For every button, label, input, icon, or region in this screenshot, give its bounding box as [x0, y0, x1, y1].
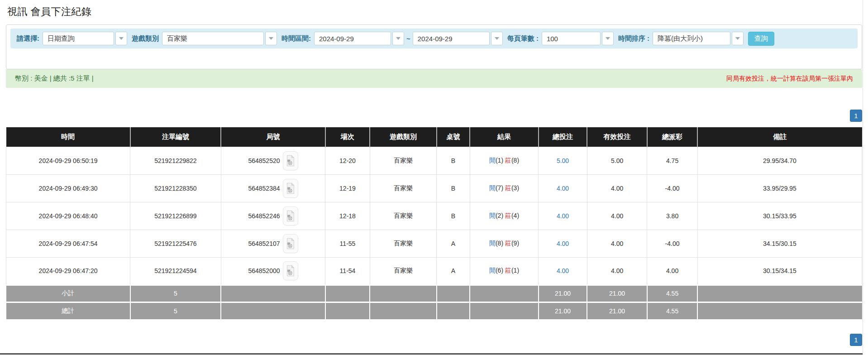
date-to-dropdown-button[interactable]	[491, 32, 503, 45]
cell-game: 百家樂	[370, 257, 436, 285]
date-from-dropdown-button[interactable]	[392, 32, 404, 45]
header-table-no: 桌號	[437, 127, 470, 147]
page-1-button[interactable]: 1	[850, 334, 862, 346]
header-session: 場次	[325, 127, 370, 147]
banker-result-label: 莊	[505, 212, 511, 219]
banker-result-label: 莊	[505, 267, 511, 274]
cell-bet-id: 521921226899	[130, 202, 221, 230]
banker-result-label: 莊	[505, 184, 511, 192]
total-bet-link[interactable]: 4.00	[557, 212, 569, 220]
subtotal-count: 5	[130, 285, 221, 302]
page-bottom-edge	[0, 353, 863, 355]
header-game: 遊戲類別	[370, 127, 436, 147]
query-type-dropdown-button[interactable]	[115, 32, 127, 45]
subtotal-empty	[437, 285, 470, 302]
subtotal-empty	[221, 285, 325, 302]
player-result-value: (7)	[496, 184, 503, 192]
cell-result: 閒(1) 莊(8)	[470, 147, 538, 174]
cell-session: 12-20	[325, 147, 370, 174]
round-id-text: 564852246	[248, 212, 280, 220]
round-id-text: 564852384	[248, 185, 280, 192]
total-total-bet: 21.00	[539, 302, 587, 319]
player-result-label: 閒	[489, 240, 496, 247]
sort-label: 時間排序 :	[618, 34, 649, 43]
video-file-icon	[286, 265, 295, 277]
video-replay-button[interactable]	[283, 206, 298, 225]
page-title: 視訊 會員下注紀錄	[0, 0, 868, 19]
date-from-select[interactable]: 2024-09-29	[314, 32, 404, 45]
header-bet-id: 注單編號	[130, 127, 221, 147]
subtotal-label: 小計	[6, 285, 130, 302]
game-type-value: 百家樂	[162, 32, 264, 45]
video-replay-button[interactable]	[283, 261, 298, 280]
table-row: 2024-09-29 06:47:54 521921225476 5648521…	[6, 230, 862, 257]
cell-round-id: 564852000	[221, 257, 325, 285]
game-type-label: 遊戲類別	[132, 34, 159, 43]
round-id-text: 564852107	[248, 240, 280, 247]
total-label: 總計	[6, 302, 130, 319]
page-size-select[interactable]: 100	[542, 32, 614, 45]
cell-bet-id: 521921225476	[130, 230, 221, 257]
cell-table-no: B	[437, 147, 470, 174]
header-payout: 總派彩	[647, 127, 698, 147]
subtotal-empty	[697, 285, 862, 302]
pagination-bottom: 1	[6, 334, 862, 346]
cell-time: 2024-09-29 06:47:54	[6, 230, 130, 257]
video-replay-button[interactable]	[283, 234, 298, 253]
cell-valid-bet: 4.00	[587, 257, 647, 285]
tilde-separator: ~	[406, 35, 410, 43]
search-button[interactable]: 查詢	[748, 32, 774, 46]
cell-payout: 4.75	[647, 147, 698, 174]
total-empty	[325, 302, 370, 319]
page-size-label: 每頁筆數 :	[507, 34, 539, 43]
game-type-select[interactable]: 百家樂	[162, 32, 277, 45]
cell-session: 12-18	[325, 202, 370, 230]
subtotal-row: 小計 5 21.00 21.00 4.55	[6, 285, 862, 302]
player-result-label: 閒	[489, 212, 496, 219]
filter-panel: 請選擇: 日期查詢 遊戲類別 百家樂 時間區間: 2024-09-29 ~ 20…	[6, 24, 862, 69]
player-result-value: (1)	[496, 157, 503, 164]
chevron-down-icon	[119, 37, 124, 40]
player-result-label: 閒	[489, 157, 496, 164]
total-empty	[697, 302, 862, 319]
cell-remark: 30.15/33.95	[697, 202, 862, 230]
total-bet-link[interactable]: 4.00	[557, 185, 569, 192]
sort-dropdown-button[interactable]	[732, 32, 744, 45]
cell-bet-id: 521921229822	[130, 147, 221, 174]
sort-select[interactable]: 降冪(由大到小)	[653, 32, 744, 45]
cell-payout: -4.00	[647, 174, 698, 202]
total-bet-link[interactable]: 5.00	[557, 157, 569, 164]
header-result: 結果	[470, 127, 538, 147]
date-to-select[interactable]: 2024-09-29	[413, 32, 503, 45]
total-empty	[370, 302, 436, 319]
cell-remark: 30.15/34.15	[697, 257, 862, 285]
cell-round-id: 564852520	[221, 147, 325, 174]
game-type-dropdown-button[interactable]	[265, 32, 277, 45]
page-size-dropdown-button[interactable]	[602, 32, 614, 45]
total-empty	[221, 302, 325, 319]
cell-payout: -4.00	[647, 230, 698, 257]
cell-table-no: B	[437, 174, 470, 202]
total-bet-link[interactable]: 4.00	[557, 240, 569, 247]
total-bet-link[interactable]: 4.00	[557, 267, 569, 274]
player-result-label: 閒	[489, 184, 496, 192]
table-row: 2024-09-29 06:49:30 521921228350 5648523…	[6, 174, 862, 202]
date-to-value: 2024-09-29	[413, 32, 490, 45]
cell-round-id: 564852246	[221, 202, 325, 230]
video-replay-button[interactable]	[283, 179, 298, 198]
banker-result-value: (4)	[511, 212, 519, 219]
cell-time: 2024-09-29 06:48:40	[6, 202, 130, 230]
chevron-down-icon	[269, 37, 273, 40]
cell-bet-id: 521921228350	[130, 174, 221, 202]
page-size-value: 100	[542, 32, 601, 45]
page-1-button[interactable]: 1	[850, 110, 862, 122]
banker-result-value: (3)	[511, 184, 519, 192]
select-label: 請選擇:	[17, 34, 39, 43]
query-type-select[interactable]: 日期查詢	[43, 32, 127, 45]
video-replay-button[interactable]	[283, 151, 298, 170]
cell-table-no: A	[437, 257, 470, 285]
cell-time: 2024-09-29 06:47:20	[6, 257, 130, 285]
table-header-row: 時間 注單編號 局號 場次 遊戲類別 桌號 結果 總投注 有效投注 總派彩 備註	[6, 127, 862, 147]
header-total-bet: 總投注	[539, 127, 587, 147]
total-empty	[470, 302, 538, 319]
